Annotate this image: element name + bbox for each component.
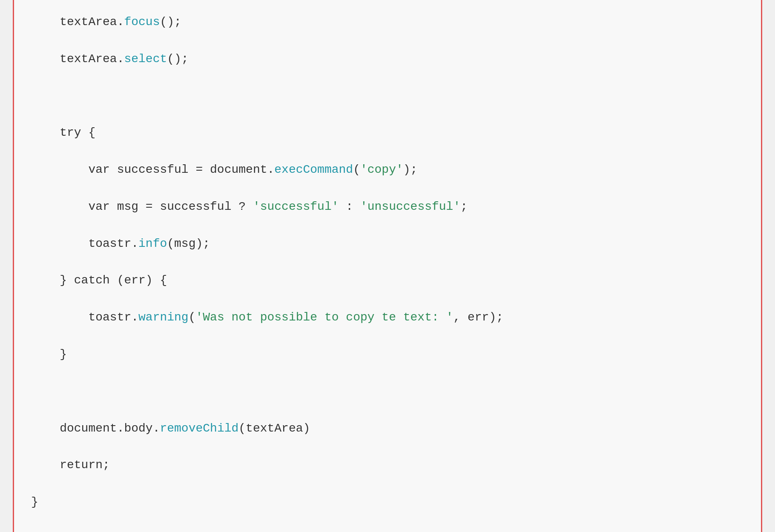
code-line-11: var successful = document.execCommand('c… — [31, 163, 417, 176]
code-line-7: textArea.focus(); — [31, 15, 181, 29]
code-line-16: } — [31, 348, 67, 361]
code-line-10: try { — [31, 126, 95, 139]
page-wrapper: if (typeof (navigator.clipboard) == 'und… — [13, 0, 762, 532]
code-line-15: toastr.warning('Was not possible to copy… — [31, 311, 503, 324]
code-line-18: document.body.removeChild(textArea) — [31, 422, 310, 435]
top-code-section: if (typeof (navigator.clipboard) == 'und… — [13, 0, 762, 532]
code-line-19: return; — [31, 458, 110, 472]
code-line-8: textArea.select(); — [31, 52, 189, 66]
code-line-14: } catch (err) { — [31, 274, 167, 287]
top-code-block: if (typeof (navigator.clipboard) == 'und… — [31, 0, 744, 530]
code-line-13: toastr.info(msg); — [31, 237, 210, 250]
code-line-20: } — [31, 495, 38, 509]
code-line-12: var msg = successful ? 'successful' : 'u… — [31, 200, 468, 213]
